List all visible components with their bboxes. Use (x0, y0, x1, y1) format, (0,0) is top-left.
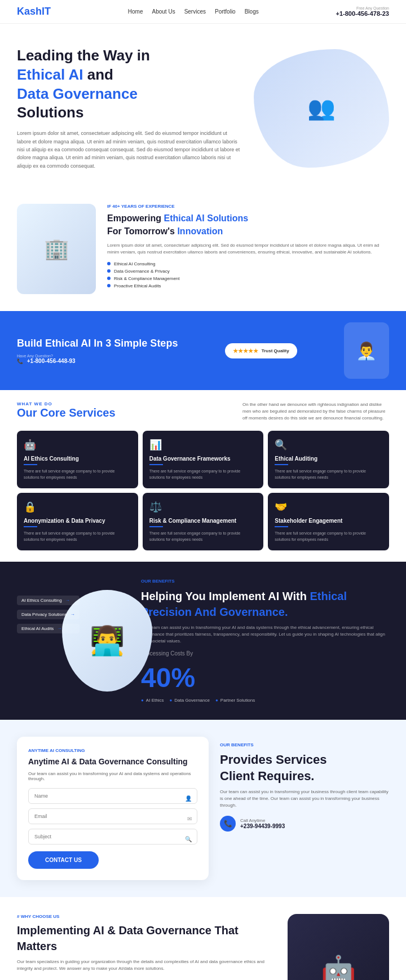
services-label: WHAT WE DO (17, 401, 116, 406)
service-bar-6 (275, 526, 288, 527)
ai-gov-heading: Helping You Implement AI With Ethical Pr… (141, 588, 389, 620)
build-text: Build Ethical AI In 3 Simple Steps Have … (17, 338, 178, 364)
about-heading: Empowering Ethical AI Solutions For Tomo… (107, 212, 389, 238)
service-icon-4: 🔒 (24, 501, 131, 513)
build-phone-label: Have Any Question? (17, 354, 178, 358)
service-bar-1 (24, 464, 37, 465)
services-h-p1: Our (17, 406, 37, 419)
badge-label: Trust Quality (262, 348, 289, 353)
why-section: # WHY CHOOSE US Implementing AI & Data G… (0, 897, 406, 980)
service-icon-1: 🤖 (24, 439, 131, 451)
ai-side-link-text-2: Data Privacy Solutions (21, 612, 67, 617)
nav-portfolio[interactable]: Portfolio (215, 8, 236, 15)
list-item: Proactive Ethical Audits (107, 283, 389, 288)
arrow-icon-1: → (65, 598, 70, 603)
name-input-row: 👤 (28, 788, 197, 808)
contact-right-desc: Our team can assist you in transforming … (220, 789, 389, 809)
ai-side-link-3[interactable]: Ethical AI Audits → (17, 624, 80, 633)
list-text: Data Governance & Privacy (114, 269, 170, 274)
build-person-image: 👨‍💼 (344, 322, 389, 379)
logo-suffix: IT (42, 6, 51, 17)
ai-gov-label: OUR BENEFITS (141, 579, 389, 584)
about-h-p2: For Tomorrow's (107, 226, 175, 236)
nav-home[interactable]: Home (128, 8, 143, 15)
service-desc-6: There are full service engage company to… (275, 531, 382, 542)
contact-right: OUR BENEFITS Provides Services Client Re… (220, 737, 389, 832)
contact-form-label: ANYTIME AI CONSULTING (28, 748, 197, 753)
services-grid: 🤖 AI Ethics Consulting There are full se… (17, 431, 389, 550)
service-card-1: 🤖 AI Ethics Consulting There are full se… (17, 431, 138, 488)
email-input[interactable] (28, 808, 197, 824)
navbar-phone: Free Any Question +1-800-456-478-23 (336, 6, 390, 17)
logo[interactable]: KashIT (17, 6, 51, 18)
build-phone: 📞 +1-800-456-448-93 (17, 358, 178, 364)
service-title-4: Anonymization & Data Privacy (24, 518, 131, 524)
about-description: Lorem ipsum dolor sit amet, consectetuer… (107, 242, 389, 256)
nav-about[interactable]: About Us (152, 8, 175, 15)
why-description: Our team specializes in guiding your org… (17, 959, 276, 972)
about-list: Ethical AI Consulting Data Governance & … (107, 261, 389, 288)
ai-side-link-text-1: AI Ethics Consulting (21, 598, 62, 603)
service-bar-3 (275, 464, 288, 465)
hero-section: Leading the Way in Ethical AI and Data G… (0, 24, 406, 187)
core-services-section: WHAT WE DO Our Core Services On the othe… (0, 390, 406, 562)
name-input[interactable] (28, 788, 197, 804)
service-icon-3: 🔍 (275, 439, 382, 451)
ai-gov-description: Our team can assist you in transforming … (141, 624, 389, 645)
service-desc-4: There are full service engage company to… (24, 531, 131, 542)
contact-submit-button[interactable]: CONTACT US (28, 851, 99, 869)
hero-heading: Leading the Way in Ethical AI and Data G… (17, 46, 242, 123)
services-description: On the other hand we denounce with right… (242, 401, 389, 422)
hero-text: Leading the Way in Ethical AI and Data G… (17, 46, 242, 170)
hero-highlight1: Ethical AI (17, 66, 83, 83)
ai-gov-image-wrap: AI Ethics Consulting → Data Privacy Solu… (17, 590, 130, 692)
service-card-3: 🔍 Ethical Auditing There are full servic… (268, 431, 389, 488)
arrow-icon-3: → (58, 626, 62, 631)
contact-phone-box: 📞 Call Anytime +239-94439-9993 (220, 816, 389, 832)
ai-side-link-1[interactable]: AI Ethics Consulting → (17, 596, 80, 605)
service-title-2: Data Governance Frameworks (149, 456, 257, 462)
hero-image: 👥 (254, 49, 389, 168)
service-title-6: Stakeholder Engagement (275, 518, 382, 524)
subject-input[interactable] (28, 829, 197, 845)
why-text: # WHY CHOOSE US Implementing AI & Data G… (17, 914, 276, 980)
hero-img-placeholder: 👥 (254, 49, 389, 168)
contact-r-h-p2: Client Requires. (220, 769, 314, 783)
nav-blog[interactable]: Blogs (245, 8, 259, 15)
ai-gov-tag-3: Partner Solutions (215, 698, 255, 703)
ai-gov-text: OUR BENEFITS Helping You Implement AI Wi… (141, 579, 389, 703)
phone-detail: Call Anytime +239-94439-9993 (240, 818, 285, 829)
contact-right-label: OUR BENEFITS (220, 742, 389, 747)
why-image-box: 🤖 (288, 914, 389, 980)
list-text: Risk & Compliance Management (114, 276, 180, 281)
phone-label: Call Anytime (240, 818, 285, 823)
hero-description: Lorem ipsum dolor sit amet, consectetuer… (17, 129, 242, 170)
phone-number: +1-800-456-478-23 (336, 10, 390, 17)
list-text: Proactive Ethical Audits (114, 283, 161, 288)
build-heading: Build Ethical AI In 3 Simple Steps (17, 338, 178, 349)
about-section: 🏢 IF 40+ YEARS OF EXPERIENCE Empowering … (0, 187, 406, 311)
service-desc-2: There are full service engage company to… (149, 469, 257, 480)
list-item: Risk & Compliance Management (107, 276, 389, 281)
build-badge: ★★★★★ Trust Quality (225, 343, 297, 358)
phone-label: Free Any Question (336, 6, 390, 10)
phone-icon: 📞 (220, 816, 236, 832)
service-title-3: Ethical Auditing (275, 456, 382, 462)
list-item: Ethical AI Consulting (107, 261, 389, 266)
service-desc-1: There are full service engage company to… (24, 469, 131, 480)
contact-section: ANYTIME AI CONSULTING Anytime AI & Data … (0, 720, 406, 897)
ai-side-link-2[interactable]: Data Privacy Solutions → (17, 610, 80, 619)
service-desc-3: There are full service engage company to… (275, 469, 382, 480)
contact-r-h-p1: Provides Services (220, 753, 327, 767)
ai-gov-tag-1: AI Ethics (141, 698, 164, 703)
logo-text: Kash (17, 6, 42, 17)
subject-input-row: 🔍 (28, 829, 197, 849)
ai-gov-h-p1: Helping You Implement AI With (141, 590, 307, 602)
ai-side-link-text-3: Ethical AI Audits (21, 626, 54, 631)
contact-form-desc: Our team can assist you in transforming … (28, 771, 197, 781)
service-icon-2: 📊 (149, 439, 257, 451)
why-heading: Implementing AI & Data Governance That M… (17, 922, 276, 954)
service-icon-6: 🤝 (275, 501, 382, 513)
about-h-blue: Ethical AI Solutions (164, 213, 248, 223)
nav-services[interactable]: Services (184, 8, 206, 15)
